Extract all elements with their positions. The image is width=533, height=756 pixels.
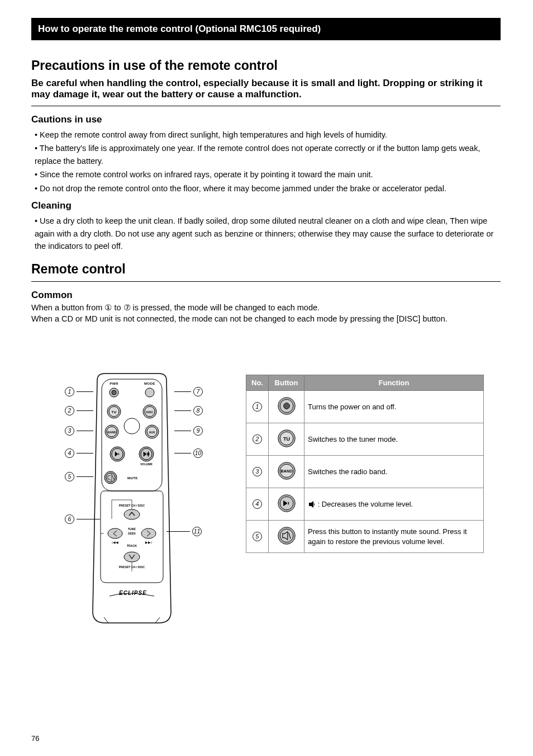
divider (31, 106, 501, 106)
bullet-item: • The battery's life is approximately on… (35, 142, 501, 167)
callout-6: 6 (65, 514, 100, 524)
label-track: TRACK (127, 544, 137, 547)
leader-line (77, 431, 93, 431)
bullet-list-cleaning: • Use a dry cloth to keep the unit clean… (35, 215, 501, 252)
leader-line (174, 453, 191, 453)
circled-number: 3 (65, 426, 74, 436)
bullet-list-cautions: • Keep the remote control away from dire… (35, 129, 501, 195)
divider (31, 281, 501, 282)
mute-button-icon (277, 526, 297, 546)
callout-5: 5 (65, 472, 93, 481)
logo-eclipse: ECLIPSE (119, 590, 147, 596)
remote-diagram: PWR MODE TU DISC BAND AUX VOLUME (31, 359, 244, 639)
tu-button-icon: TU (277, 428, 297, 448)
callout-11: 11 (166, 527, 202, 536)
th-function: Function (304, 375, 484, 391)
svg-point-18 (106, 473, 115, 482)
circled-number: 5 (65, 472, 74, 481)
section2-subtitle: Common (31, 290, 501, 301)
volume-low-icon (308, 500, 316, 508)
leader-line (77, 410, 93, 411)
section-remote: Remote control Common When a button from… (31, 262, 501, 323)
svg-point-23 (141, 528, 156, 538)
label-volume: VOLUME (140, 462, 153, 466)
section2-intro2: When a CD or MD unit is not connected, t… (31, 314, 501, 323)
power-button-icon (277, 396, 297, 416)
circled-number: 4 (253, 499, 262, 509)
page-header: How to operate the remote control (Optio… (31, 18, 501, 40)
callout-10: 10 (174, 448, 203, 458)
leader-line (77, 391, 93, 392)
fn-text: Turns the power on and off. (304, 391, 484, 423)
svg-text:▶▶|: ▶▶| (145, 541, 152, 544)
fn-text-span: : Decreases the volume level. (318, 500, 413, 508)
fn-text: Switches to the tuner mode. (304, 423, 484, 456)
svg-point-27 (124, 552, 140, 562)
leader-line (77, 453, 93, 453)
circled-number: 4 (65, 448, 74, 458)
svg-point-38 (283, 403, 289, 409)
svg-text:TU: TU (283, 436, 290, 442)
svg-text:SEEK: SEEK (128, 532, 136, 535)
circled-number: 2 (65, 406, 74, 415)
label-pwr: PWR (110, 381, 118, 385)
fn-text: : Decreases the volume level. (304, 488, 484, 521)
svg-text:|◀◀: |◀◀ (112, 541, 118, 544)
svg-point-20 (124, 509, 140, 519)
page-number: 76 (31, 734, 39, 743)
section1-title: Precautions in use of the remote control (31, 58, 501, 73)
leader-line (174, 391, 191, 392)
bullet-item: • Do not drop the remote control onto th… (35, 182, 501, 195)
leader-line (77, 476, 93, 477)
svg-text:TUNE: TUNE (128, 527, 136, 531)
circled-number: 10 (193, 448, 203, 458)
callout-9: 9 (174, 426, 203, 436)
bullet-item: • Keep the remote control away from dire… (35, 129, 501, 141)
svg-point-21 (108, 528, 122, 538)
circled-number: 3 (253, 467, 262, 476)
svg-text:BAND: BAND (280, 469, 292, 474)
circled-number: 11 (192, 527, 202, 536)
svg-point-8 (124, 418, 140, 434)
volume-down-button-icon (277, 493, 297, 513)
callout-1: 1 (65, 387, 93, 396)
circled-number: 2 (253, 434, 262, 444)
svg-line-34 (104, 617, 108, 623)
circled-number: 6 (65, 514, 74, 524)
circled-number: 7 (193, 387, 203, 396)
th-button: Button (269, 375, 304, 391)
circled-number: 1 (65, 387, 74, 396)
section1-subtitle: Be careful when handling the control, es… (31, 78, 501, 100)
bullet-item: • Use a dry cloth to keep the unit clean… (35, 215, 501, 252)
label-mode: MODE (144, 381, 155, 385)
svg-point-48 (280, 529, 293, 542)
table-row: 2 TU Switches to the tuner mode. (246, 423, 484, 456)
circled-number: 1 (253, 402, 262, 412)
table-row: 4 : Decreases the volume level. (246, 488, 484, 521)
table-row: 1 Turns the power on and off. (246, 391, 484, 423)
label-aux: AUX (149, 431, 155, 434)
label-mute: MUTE (127, 476, 138, 480)
svg-point-3 (145, 388, 154, 397)
label-disc: DISC (146, 410, 154, 414)
th-no: No. (246, 375, 269, 391)
fn-text: Press this button to instantly mute soun… (304, 521, 484, 553)
fn-text: Switches the radio band. (304, 456, 484, 488)
band-button-icon: BAND (277, 461, 297, 481)
circled-number: 5 (253, 532, 262, 541)
button-table: No. Button Function 1 Turns the power on… (246, 375, 484, 553)
subhead-cautions: Cautions in use (31, 114, 501, 125)
label-tu: TU (112, 410, 117, 414)
callout-4: 4 (65, 448, 93, 458)
svg-point-2 (112, 390, 116, 395)
label-band: BAND (108, 431, 116, 434)
leader-line (77, 519, 100, 519)
leader-line (166, 531, 190, 532)
leader-line (174, 410, 191, 411)
remote-svg: PWR MODE TU DISC BAND AUX VOLUME (87, 371, 177, 627)
callout-8: 8 (174, 406, 203, 415)
subhead-cleaning: Cleaning (31, 200, 501, 211)
callout-2: 2 (65, 406, 93, 415)
section2-title: Remote control (31, 262, 501, 277)
bullet-item: • Since the remote control works on infr… (35, 168, 501, 181)
